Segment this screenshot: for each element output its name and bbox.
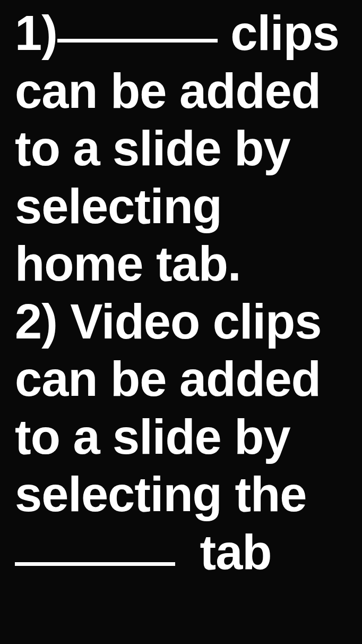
q2-line-2: can be added (15, 350, 347, 408)
q2-text-tab: tab (187, 525, 272, 579)
q2-line-1: 2) Video clips (15, 293, 347, 351)
q1-number: 1) (15, 6, 57, 60)
q2-number: 2) (15, 294, 57, 349)
q2-line-5: tab (15, 523, 347, 581)
question-2: 2) Video clips can be added to a slide b… (15, 293, 347, 581)
q2-text-video: Video clips (57, 294, 322, 349)
q1-blank (57, 39, 218, 43)
q1-line-1: 1) clips (15, 4, 347, 62)
q2-line-3: to a slide by (15, 408, 347, 466)
q1-line-5: home tab. (15, 235, 347, 293)
q2-line-4: selecting the (15, 465, 347, 523)
q1-line-3: to a slide by (15, 120, 347, 177)
question-1: 1) clips can be added to a slide by sele… (15, 4, 347, 293)
q1-line-4: selecting (15, 177, 347, 235)
q1-line-2: can be added (15, 62, 347, 120)
q2-blank (15, 562, 175, 566)
q1-text-clips: clips (218, 6, 339, 60)
document-body: 1) clips can be added to a slide by sele… (15, 4, 347, 581)
